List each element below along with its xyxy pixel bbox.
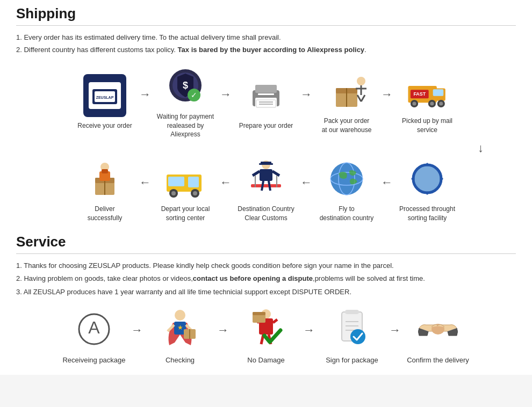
shipping-note1: 1. Every order has its estimated deliver… [16, 31, 516, 43]
confirm-icon [416, 308, 459, 351]
svg-line-56 [262, 181, 263, 191]
flow-item-prepare: Prepare your order [234, 74, 298, 130]
svg-line-57 [269, 181, 270, 191]
svg-point-29 [430, 102, 434, 106]
shipping-note2: 2. Different country has different custo… [16, 43, 516, 56]
sign-label: Sign for package [326, 356, 378, 364]
pack-icon [325, 69, 368, 112]
service-title: Service [16, 234, 516, 254]
service-note2-bold: contact us before opening a dispute [193, 274, 313, 282]
note2-suffix: . [364, 46, 366, 54]
deliver-label: Deliversuccessfully [88, 205, 123, 223]
nodamage-label: No Damage [247, 356, 284, 364]
svg-point-46 [193, 191, 197, 195]
service-arrow-1: → [131, 323, 143, 337]
svg-point-31 [439, 102, 443, 106]
arrow-7: ← [300, 176, 312, 190]
svg-text:✓: ✓ [191, 91, 197, 99]
service-flow: A Receiveing package → ★ [16, 308, 516, 364]
destination-label: Destination CountryClear Customs [238, 205, 294, 223]
service-item-receive: A Receiveing package [59, 308, 129, 364]
service-item-sign: Sign for package [317, 308, 387, 364]
arrow-4: → [381, 88, 393, 101]
service-note2: 2. Having problem on goods, take clear p… [16, 272, 516, 286]
shipping-row2: Deliversuccessfully ← [73, 157, 459, 223]
waiting-icon: $ ✓ [164, 65, 207, 108]
depart-label: Depart your localsorting center [161, 205, 210, 223]
service-item-confirm: Confirm the delivery [403, 308, 473, 364]
note2-bold: Tax is bared by the buyer according to A… [178, 46, 365, 54]
arrow-8: ← [381, 176, 393, 190]
svg-line-22 [361, 95, 365, 101]
service-item-nodamage: No Damage [231, 308, 301, 364]
service-note2-prefix: 2. Having problem on goods, take clear p… [16, 274, 193, 282]
svg-text:$: $ [183, 80, 188, 91]
svg-point-18 [357, 77, 365, 85]
svg-rect-80 [253, 312, 265, 315]
svg-rect-12 [256, 100, 276, 107]
destination-icon [245, 157, 287, 200]
svg-rect-11 [258, 93, 274, 95]
fly-icon [325, 157, 368, 200]
arrow-2: → [220, 88, 232, 101]
svg-point-44 [171, 191, 176, 195]
svg-text:A: A [88, 318, 100, 337]
flow-item-waiting: $ ✓ Waiting for paymentrealeased by Alie… [153, 65, 218, 139]
flow-item-processed: Processed throughtsorting facility [395, 157, 459, 223]
service-notes: 1. Thanks for choosing ZEUSLAP products.… [16, 259, 516, 299]
waiting-label: Waiting for paymentrealeased by Aliexpre… [153, 112, 218, 139]
shipping-row1: ZEUSLAP Receive your order → $ [73, 65, 459, 139]
flow-item-pickup: FAST Picked up by mail service [395, 69, 459, 135]
processed-label: Processed throughtsorting facility [399, 205, 455, 223]
svg-rect-49 [259, 163, 273, 165]
arrow-6: ← [220, 176, 232, 190]
svg-point-88 [350, 329, 365, 344]
service-item-checking: ★ Checking [145, 308, 215, 364]
flow-item-deliver: Deliversuccessfully [73, 157, 137, 223]
svg-rect-9 [255, 85, 277, 93]
svg-text:FAST: FAST [413, 91, 426, 97]
arrow-down-container: ↓ [16, 141, 516, 155]
svg-rect-41 [188, 177, 199, 187]
pickup-label: Picked up by mail service [395, 117, 459, 135]
arrow-5: ← [139, 176, 151, 190]
svg-rect-50 [260, 169, 272, 181]
arrow-1: → [139, 88, 151, 101]
service-arrow-3: → [303, 323, 315, 337]
flow-item-pack: Pack your orderat our warehouse [314, 69, 379, 135]
receive-icon: ZEUSLAP [83, 74, 126, 117]
checking-icon: ★ [159, 308, 202, 351]
svg-rect-39 [102, 169, 108, 173]
receive-label: Receive your order [77, 121, 132, 130]
shipping-flow: ZEUSLAP Receive your order → $ [16, 65, 516, 223]
checking-label: Checking [166, 356, 195, 364]
service-note3: 3. All ZEUSLAP produces have 1 year warr… [16, 286, 516, 299]
prepare-icon [245, 74, 287, 117]
svg-text:★: ★ [177, 324, 183, 331]
depart-icon [164, 157, 207, 200]
service-arrow-4: → [389, 323, 401, 337]
shipping-notes: 1. Every order has its estimated deliver… [16, 31, 516, 56]
receive-pkg-label: Receiveing package [62, 356, 125, 364]
flow-item-fly: Fly todestination country [314, 157, 379, 223]
svg-rect-25 [433, 90, 444, 96]
deliver-icon [83, 157, 126, 200]
arrow-3: → [300, 88, 312, 101]
shipping-title: Shipping [16, 5, 516, 26]
page-container: Shipping 1. Every order has its estimate… [0, 0, 532, 375]
svg-line-52 [272, 171, 279, 176]
svg-line-78 [273, 319, 277, 323]
flow-item-receive: ZEUSLAP Receive your order [73, 74, 137, 130]
svg-point-58 [330, 163, 363, 195]
svg-rect-84 [345, 310, 359, 314]
service-note1: 1. Thanks for choosing ZEUSLAP products.… [16, 259, 516, 273]
prepare-label: Prepare your order [239, 121, 293, 130]
arrow-down: ↓ [478, 141, 484, 155]
confirm-label: Confirm the delivery [407, 356, 469, 364]
note2-prefix: 2. Different country has different custo… [16, 46, 178, 54]
svg-text:ZEUSLAP: ZEUSLAP [96, 96, 114, 99]
service-note2-suffix: ,problems will be solved at first time. [313, 274, 425, 282]
svg-point-68 [175, 310, 185, 321]
svg-line-21 [357, 95, 361, 101]
fly-label: Fly todestination country [320, 205, 374, 223]
